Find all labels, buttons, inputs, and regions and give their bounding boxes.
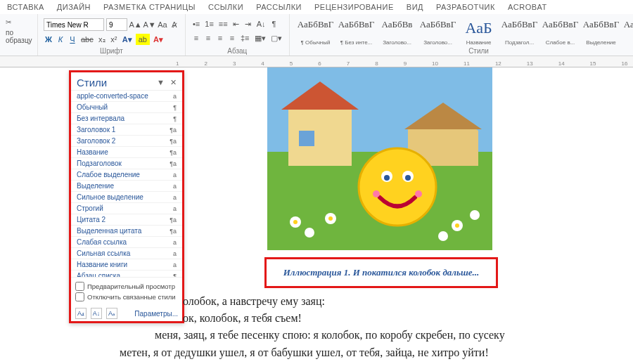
svg-point-9 <box>384 175 390 181</box>
document-area: Стили ▼ ✕ apple-converted-spaceaОбычный¶… <box>0 67 633 363</box>
tab-acrobat[interactable]: ACROBAT <box>508 3 547 11</box>
font-family-select[interactable] <box>44 18 104 31</box>
show-marks-icon[interactable]: ¶ <box>269 18 279 30</box>
svg-point-7 <box>359 148 436 226</box>
styles-pane-item-0[interactable]: apple-converted-spacea <box>71 91 182 102</box>
svg-point-15 <box>305 228 314 238</box>
svg-point-12 <box>373 190 380 197</box>
grow-font-icon[interactable]: A▲ <box>129 19 141 30</box>
styles-pane-item-14[interactable]: Сильная ссылкаa <box>71 248 182 259</box>
bullets-icon[interactable]: •≡ <box>191 18 201 30</box>
styles-pane-item-8[interactable]: Выделениеa <box>71 181 182 192</box>
svg-marker-2 <box>288 110 352 166</box>
styles-pane-item-5[interactable]: Название¶a <box>71 147 182 158</box>
tab-view[interactable]: ВИД <box>407 3 423 11</box>
tab-design[interactable]: ДИЗАЙН <box>57 3 91 11</box>
format-painter-label[interactable]: по образцу <box>6 29 32 44</box>
subscript-button[interactable]: x₂ <box>97 34 107 45</box>
preview-checkbox[interactable]: Предварительный просмотр <box>75 282 178 291</box>
styles-group-label: Стили <box>290 47 633 55</box>
tab-insert[interactable]: ВСТАВКА <box>7 3 44 11</box>
svg-point-20 <box>293 220 298 224</box>
ribbon: ✂ по образцу A▲ A▼ Aa A̷ Ж К Ч abc x₂ x²… <box>0 14 633 56</box>
spell-error[interactable]: скребен <box>416 329 454 341</box>
styles-pane-item-7[interactable]: Слабое выделениеa <box>71 169 182 181</box>
font-group: A▲ A▼ Aa A̷ Ж К Ч abc x₂ x² A▾ ab A▾ Шри… <box>38 14 186 56</box>
indent-dec-icon[interactable]: ⇤ <box>231 18 241 30</box>
paragraph-group: •≡ 1≡ ≡≡ ⇤ ⇥ A↓ ¶ ≡ ≡ ≡ ≡ ‡≡ ▦▾ ▢▾ Абзац <box>186 14 290 56</box>
svg-point-22 <box>455 223 459 228</box>
caption-highlight: Иллюстрация 1. И покатился колобок дальш… <box>264 257 498 288</box>
numbering-icon[interactable]: 1≡ <box>203 18 215 30</box>
styles-pane-item-11[interactable]: Цитата 2¶a <box>71 214 182 226</box>
styles-group: АаБбВвГ¶ ОбычныйАаБбВвГ¶ Без инте...АаБб… <box>290 14 633 56</box>
new-style-icon[interactable]: A₄ <box>75 308 87 319</box>
styles-pane-item-12[interactable]: Выделенная цитата¶a <box>71 226 182 237</box>
styles-pane-item-6[interactable]: Подзаголовок¶a <box>71 158 182 169</box>
font-size-select[interactable] <box>106 18 127 31</box>
align-center-icon[interactable]: ≡ <box>203 32 213 44</box>
document-image <box>267 67 492 250</box>
svg-point-13 <box>415 190 422 197</box>
clipboard-group: ✂ по образцу <box>0 14 38 56</box>
underline-button[interactable]: Ч <box>68 34 77 45</box>
style-gallery-item-2[interactable]: АаБбВвЗаголово... <box>377 17 418 48</box>
sort-icon[interactable]: A↓ <box>255 18 267 30</box>
font-group-label: Шрифт <box>38 47 185 55</box>
styles-pane-close-icon[interactable]: ✕ <box>170 78 177 87</box>
align-left-icon[interactable]: ≡ <box>191 32 201 44</box>
ribbon-tabs: ВСТАВКА ДИЗАЙН РАЗМЕТКА СТРАНИЦЫ ССЫЛКИ … <box>0 0 633 14</box>
svg-rect-4 <box>299 131 314 146</box>
align-right-icon[interactable]: ≡ <box>215 32 225 44</box>
tab-layout[interactable]: РАЗМЕТКА СТРАНИЦЫ <box>103 3 196 11</box>
style-gallery-item-3[interactable]: АаБбВвГЗаголово... <box>418 17 459 48</box>
styles-pane-item-4[interactable]: Заголовок 2¶a <box>71 136 182 147</box>
tab-references[interactable]: ССЫЛКИ <box>208 3 243 11</box>
styles-pane-item-16[interactable]: Абзац списка¶ <box>71 271 182 278</box>
justify-icon[interactable]: ≡ <box>227 32 237 44</box>
style-gallery-item-5[interactable]: АаБбВвГПодзагол... <box>499 17 540 48</box>
highlight-icon[interactable]: ab <box>136 34 150 45</box>
style-gallery-item-1[interactable]: АаБбВвГ¶ Без инте... <box>336 17 377 48</box>
multilevel-icon[interactable]: ≡≡ <box>217 18 229 30</box>
italic-button[interactable]: К <box>56 34 65 45</box>
style-gallery-item-8[interactable]: АаБбВвГСил... <box>622 17 633 48</box>
style-gallery-item-7[interactable]: АаБбВвГВыделение <box>581 17 622 48</box>
svg-point-18 <box>470 210 480 220</box>
shading-icon[interactable]: ▦▾ <box>253 32 267 44</box>
paintbrush-icon[interactable]: ✂ <box>6 18 11 26</box>
styles-pane-item-3[interactable]: Заголовок 1¶a <box>71 124 182 136</box>
text-effects-icon[interactable]: A▾ <box>121 34 134 45</box>
styles-pane-item-15[interactable]: Название книгиa <box>71 259 182 271</box>
style-gallery-item-4[interactable]: АаБНазвание <box>459 17 499 48</box>
style-inspector-icon[interactable]: A↓ <box>91 308 102 319</box>
style-gallery-item-0[interactable]: АаБбВвГ¶ Обычный <box>295 17 336 48</box>
bold-button[interactable]: Ж <box>44 34 53 45</box>
shrink-font-icon[interactable]: A▼ <box>143 19 155 30</box>
strike-button[interactable]: abc <box>79 34 95 45</box>
superscript-button[interactable]: x² <box>109 34 119 45</box>
tab-mailings[interactable]: РАССЫЛКИ <box>256 3 302 11</box>
ruler[interactable]: 1234567891011121314151617 <box>0 56 633 67</box>
font-color-icon[interactable]: A▾ <box>152 34 165 45</box>
styles-pane-item-9[interactable]: Сильное выделениеa <box>71 192 182 203</box>
styles-pane-menu-icon[interactable]: ▼ <box>157 78 165 87</box>
svg-point-21 <box>328 216 333 221</box>
styles-pane-item-13[interactable]: Слабая ссылкаa <box>71 237 182 248</box>
borders-icon[interactable]: ▢▾ <box>269 32 283 44</box>
manage-styles-icon[interactable]: Aₐ <box>106 308 117 319</box>
tab-review[interactable]: РЕЦЕНЗИРОВАНИЕ <box>314 3 394 11</box>
styles-pane-item-1[interactable]: Обычный¶ <box>71 102 182 113</box>
document-body[interactable]: олобок, а навстречу ему заяц: ок, колобо… <box>120 292 619 361</box>
styles-pane-item-10[interactable]: Строгийa <box>71 203 182 214</box>
svg-point-11 <box>405 175 411 181</box>
clear-format-icon[interactable]: A̷ <box>170 19 179 30</box>
style-gallery-item-6[interactable]: АаБбВвГСлабое в... <box>540 17 581 48</box>
tab-developer[interactable]: РАЗРАБОТЧИК <box>436 3 495 11</box>
styles-pane-item-2[interactable]: Без интервала¶ <box>71 113 182 124</box>
indent-inc-icon[interactable]: ⇥ <box>243 18 253 30</box>
styles-pane-title: Стили <box>77 77 107 89</box>
spacing-icon[interactable]: ‡≡ <box>239 32 251 44</box>
change-case-icon[interactable]: Aa <box>158 19 167 30</box>
image-caption[interactable]: Иллюстрация 1. И покатился колобок дальш… <box>283 267 480 278</box>
